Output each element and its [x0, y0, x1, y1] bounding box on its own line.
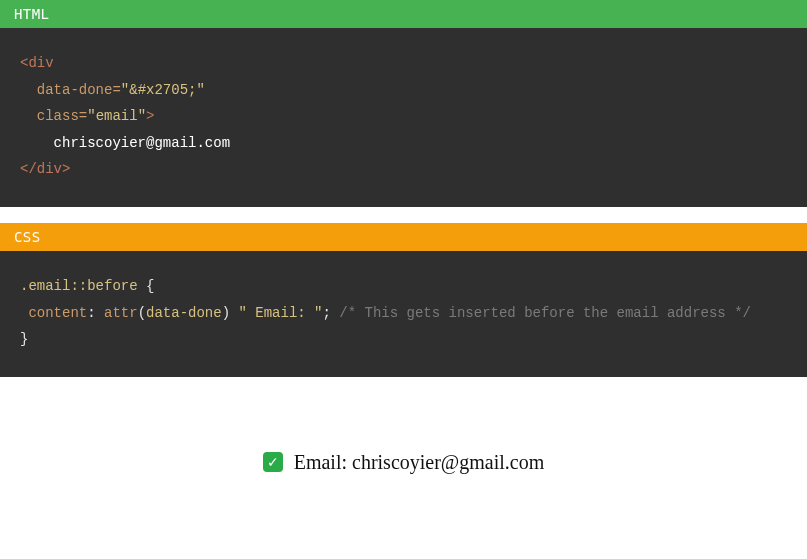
function-arg: data-done	[146, 305, 222, 321]
html-code-block: <div data-done="&#x2705;" class="email">…	[0, 28, 807, 207]
checkmark-icon: ✓	[263, 452, 283, 472]
tag-close-open-bracket: </	[20, 161, 37, 177]
tag-name-close: div	[37, 161, 62, 177]
close-brace: }	[20, 331, 28, 347]
css-panel: CSS .email::before { content: attr(data-…	[0, 223, 807, 377]
attr-value-2: "email"	[87, 108, 146, 124]
spacer	[0, 377, 807, 447]
colon: :	[87, 305, 95, 321]
tag-name-open: div	[28, 55, 53, 71]
attr-value-1: "&#x2705;"	[121, 82, 205, 98]
attr-eq-2: =	[79, 108, 87, 124]
close-paren: )	[222, 305, 230, 321]
preview-output: ✓ Email: chriscoyier@gmail.com	[0, 447, 807, 498]
semicolon: ;	[323, 305, 331, 321]
css-panel-header: CSS	[0, 223, 807, 251]
preview-text: Email: chriscoyier@gmail.com	[289, 451, 545, 473]
comment: /* This gets inserted before the email a…	[339, 305, 751, 321]
function-name: attr	[104, 305, 138, 321]
attr-name-1: data-done	[37, 82, 113, 98]
string-literal: " Email: "	[238, 305, 322, 321]
tag-open-close-bracket: >	[146, 108, 154, 124]
html-panel-header: HTML	[0, 0, 807, 28]
attr-name-2: class	[37, 108, 79, 124]
selector: .email::before	[20, 278, 138, 294]
css-code-block: .email::before { content: attr(data-done…	[0, 251, 807, 377]
tag-text-content: chriscoyier@gmail.com	[54, 135, 230, 151]
tag-close-bracket: >	[62, 161, 70, 177]
attr-eq-1: =	[112, 82, 120, 98]
open-brace: {	[146, 278, 154, 294]
open-paren: (	[138, 305, 146, 321]
html-panel: HTML <div data-done="&#x2705;" class="em…	[0, 0, 807, 207]
property-name: content	[28, 305, 87, 321]
